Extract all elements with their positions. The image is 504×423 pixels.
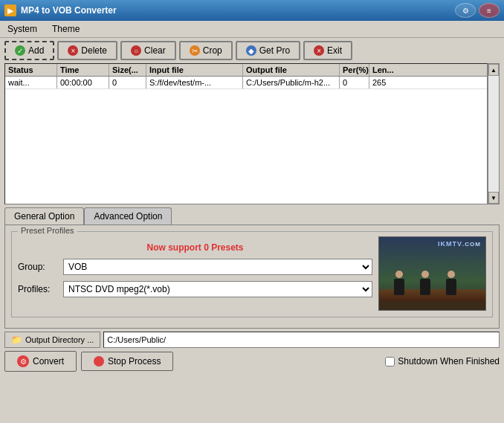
table-row[interactable]: wait... 00:00:00 0 S:/f/dev/test/m-... C… <box>5 77 487 89</box>
crop-label: Crop <box>203 45 222 56</box>
clear-icon: ○ <box>131 45 141 56</box>
cell-per: 0 <box>340 77 369 88</box>
floor <box>379 301 485 310</box>
group-select[interactable]: VOB <box>63 259 372 275</box>
convert-label: Convert <box>33 356 64 367</box>
shutdown-checkbox[interactable] <box>385 357 395 367</box>
settings-title-btn[interactable]: ⚙ <box>455 3 476 18</box>
crop-button[interactable]: ✂ Crop <box>179 41 233 60</box>
profiles-label: Profiles: <box>18 284 59 294</box>
add-label: Add <box>28 45 44 56</box>
preset-content: Now support 0 Presets Group: VOB Profile… <box>18 236 486 311</box>
clear-label: Clear <box>144 45 166 56</box>
vertical-scrollbar[interactable]: ▲ ▼ <box>488 63 500 204</box>
folder-icon: 📁 <box>11 335 22 345</box>
tabs-container: General Option Advanced Option <box>4 207 500 225</box>
toolbar: ✓ Add × Delete ○ Clear ✂ Crop ◆ Get Pro … <box>0 38 504 63</box>
preset-left: Now support 0 Presets Group: VOB Profile… <box>18 236 372 297</box>
getpro-label: Get Pro <box>259 45 290 56</box>
cell-output: C:/Users/Public/m-h2... <box>243 77 340 88</box>
group-row: Group: VOB <box>18 259 372 275</box>
preview-scene: IKMTV.COM <box>379 237 485 310</box>
delete-icon: × <box>68 45 78 56</box>
exit-icon: × <box>314 45 324 56</box>
person-2 <box>420 271 430 295</box>
col-header-per: Per(%) <box>340 64 369 76</box>
action-bar: ⚙ Convert Stop Process Shutdown When Fin… <box>4 351 500 372</box>
menu-system[interactable]: System <box>3 22 42 36</box>
exit-label: Exit <box>327 45 342 56</box>
stop-icon <box>94 356 104 367</box>
convert-icon: ⚙ <box>17 355 29 367</box>
cell-time: 00:00:00 <box>57 77 109 88</box>
getpro-icon: ◆ <box>246 45 256 56</box>
group-label: Group: <box>18 262 59 272</box>
preview-watermark: IKMTV.COM <box>438 240 481 248</box>
col-header-len: Len... <box>369 64 399 76</box>
person-3 <box>446 271 456 295</box>
output-dir-label: Output Directory ... <box>25 335 94 344</box>
preset-support-text: Now support 0 Presets <box>18 242 372 253</box>
output-directory-button[interactable]: 📁 Output Directory ... <box>4 332 100 348</box>
menu-bar: System Theme <box>0 21 504 38</box>
window-title: MP4 to VOB Converter <box>21 5 117 16</box>
exit-button[interactable]: × Exit <box>303 41 352 60</box>
scroll-down-btn[interactable]: ▼ <box>488 192 499 204</box>
profiles-select[interactable]: NTSC DVD mpeg2(*.vob) <box>63 281 372 297</box>
file-list[interactable]: Status Time Size(... Input file Output f… <box>4 63 488 204</box>
shutdown-option: Shutdown When Finished <box>385 356 500 367</box>
cell-size: 0 <box>109 77 146 88</box>
shutdown-label: Shutdown When Finished <box>398 356 500 367</box>
clear-button[interactable]: ○ Clear <box>120 41 176 60</box>
scroll-track <box>488 76 499 192</box>
close-title-btn[interactable]: ≡ <box>479 3 500 18</box>
delete-button[interactable]: × Delete <box>57 41 117 60</box>
add-button[interactable]: ✓ Add <box>4 41 54 60</box>
output-directory-bar: 📁 Output Directory ... <box>4 332 500 348</box>
person-1 <box>394 271 404 295</box>
profiles-row: Profiles: NTSC DVD mpeg2(*.vob) <box>18 281 372 297</box>
output-path-input[interactable] <box>103 332 500 348</box>
cell-status: wait... <box>5 77 57 88</box>
cell-input: S:/f/dev/test/m-... <box>146 77 243 88</box>
menu-theme[interactable]: Theme <box>48 22 84 36</box>
file-list-header: Status Time Size(... Input file Output f… <box>5 64 487 77</box>
col-header-input: Input file <box>146 64 243 76</box>
preset-legend: Preset Profiles <box>18 226 77 235</box>
scroll-up-btn[interactable]: ▲ <box>488 64 499 76</box>
preset-profiles-group: Preset Profiles Now support 0 Presets Gr… <box>11 231 493 317</box>
crop-icon: ✂ <box>190 45 200 56</box>
col-header-size: Size(... <box>109 64 146 76</box>
getpro-button[interactable]: ◆ Get Pro <box>236 41 300 60</box>
delete-label: Delete <box>81 45 107 56</box>
title-bar-left: ▶ MP4 to VOB Converter <box>4 4 117 16</box>
convert-button[interactable]: ⚙ Convert <box>4 351 77 372</box>
cell-len: 265 <box>369 77 399 88</box>
options-panel: Preset Profiles Now support 0 Presets Gr… <box>4 225 500 329</box>
col-header-status: Status <box>5 64 57 76</box>
title-bar: ▶ MP4 to VOB Converter ⚙ ≡ <box>0 0 504 21</box>
col-header-time: Time <box>57 64 109 76</box>
app-icon: ▶ <box>4 4 16 16</box>
title-buttons: ⚙ ≡ <box>455 3 500 18</box>
add-icon: ✓ <box>15 45 25 56</box>
stop-process-button[interactable]: Stop Process <box>81 352 173 371</box>
col-header-output: Output file <box>243 64 340 76</box>
stop-label: Stop Process <box>108 356 161 367</box>
file-list-wrapper: Status Time Size(... Input file Output f… <box>4 63 500 204</box>
preview-image: IKMTV.COM <box>378 236 486 311</box>
tab-general[interactable]: General Option <box>4 207 84 225</box>
tab-advanced[interactable]: Advanced Option <box>84 207 172 225</box>
